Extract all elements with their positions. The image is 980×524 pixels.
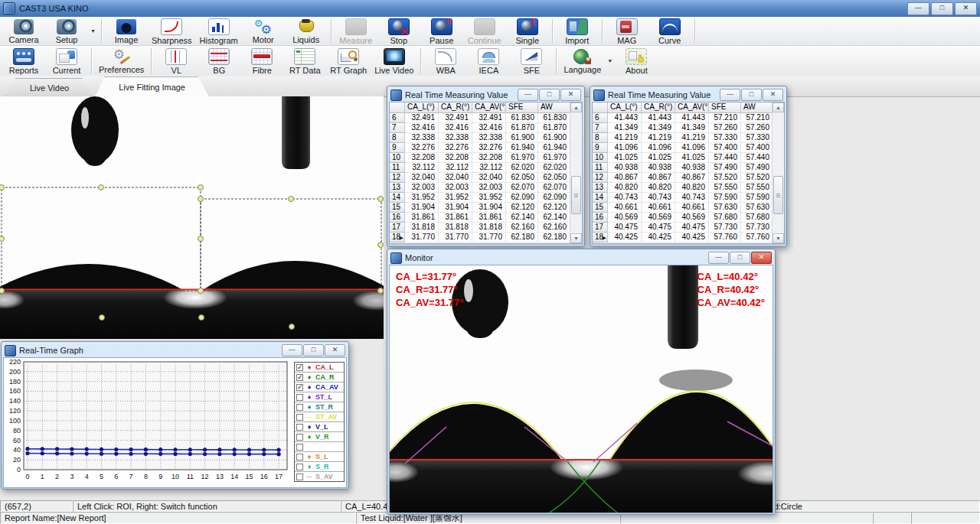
cell-value[interactable]: 62.050 <box>538 173 570 183</box>
cell-value[interactable]: 57.760 <box>741 233 773 242</box>
cell-value[interactable]: 31.861 <box>439 213 472 223</box>
cell-value[interactable]: 41.443 <box>642 113 675 123</box>
cell-value[interactable]: 32.276 <box>439 143 472 153</box>
cell-value[interactable]: 40.938 <box>608 163 642 173</box>
toolbar-button-sfe[interactable]: SFE <box>510 46 553 76</box>
cell-value[interactable]: 62.050 <box>506 173 538 183</box>
toolbar-button-reports[interactable]: Reports <box>2 46 45 76</box>
cell-value[interactable]: 57.210 <box>709 113 741 123</box>
cell-value[interactable]: 57.400 <box>709 143 741 153</box>
scroll-down-icon[interactable]: ▼ <box>570 233 582 243</box>
title-bar[interactable]: CAST3 USA KINO — □ ✕ <box>0 0 980 17</box>
legend-checkbox[interactable]: ✓ <box>296 384 303 391</box>
row-number[interactable]: 16 <box>390 213 405 223</box>
cell-value[interactable]: 31.861 <box>405 213 439 223</box>
toolbar-button-mag[interactable]: MAG <box>606 17 648 45</box>
toolbar-button-import[interactable]: Import <box>556 17 599 45</box>
cell-value[interactable]: 32.003 <box>472 183 506 193</box>
toolbar-button-curve[interactable]: Curve <box>648 17 691 45</box>
cell-value[interactable]: 40.475 <box>675 223 709 233</box>
cell-value[interactable]: 62.140 <box>506 213 538 223</box>
toolbar-button-rt-graph[interactable]: RT Graph <box>326 46 371 76</box>
cell-value[interactable]: 32.416 <box>439 123 472 133</box>
legend-item-st-av[interactable]: ─ST_AV <box>295 412 344 422</box>
cell-value[interactable]: 31.770 <box>439 233 472 242</box>
row-number[interactable]: 9 <box>390 143 405 153</box>
cell-value[interactable]: 62.120 <box>538 203 570 213</box>
cell-value[interactable]: 40.661 <box>608 203 642 213</box>
close-icon[interactable]: ✕ <box>560 89 581 101</box>
cell-value[interactable]: 40.661 <box>642 203 675 213</box>
cell-value[interactable]: 57.210 <box>741 113 773 123</box>
cell-value[interactable]: 62.160 <box>506 223 538 233</box>
cell-value[interactable]: 40.661 <box>675 203 709 213</box>
row-number[interactable]: 12 <box>390 173 405 183</box>
maximize-icon[interactable]: □ <box>931 2 953 15</box>
cell-value[interactable]: 62.180 <box>506 233 538 242</box>
minimize-icon[interactable]: — <box>282 344 302 356</box>
cell-value[interactable]: 31.770 <box>472 233 506 242</box>
row-number[interactable]: 15 <box>593 203 608 213</box>
row-number[interactable]: 14 <box>593 193 608 203</box>
cell-value[interactable]: 32.040 <box>405 173 439 183</box>
cell-value[interactable]: 32.112 <box>439 163 472 173</box>
cell-value[interactable]: 61.870 <box>538 123 570 133</box>
cell-value[interactable]: 61.830 <box>538 113 570 123</box>
cell-value[interactable]: 57.490 <box>741 163 773 173</box>
cell-value[interactable]: 41.349 <box>642 123 675 133</box>
cell-value[interactable]: 41.219 <box>675 133 709 143</box>
toolbar-button-pause[interactable]: Pause <box>420 17 463 45</box>
cell-value[interactable]: 61.870 <box>506 123 538 133</box>
cell-value[interactable]: 40.820 <box>675 183 709 193</box>
close-icon[interactable]: ✕ <box>955 2 977 15</box>
column-header-ca-av[interactable]: CA_AV(°) <box>472 103 506 113</box>
legend-checkbox[interactable] <box>296 424 303 431</box>
cell-value[interactable]: 40.425 <box>675 233 709 242</box>
cell-value[interactable]: 41.219 <box>608 133 642 143</box>
toolbar-button-sharpness[interactable]: Sharpness <box>148 17 196 45</box>
cell-value[interactable]: 62.160 <box>538 223 570 233</box>
row-number[interactable]: 11 <box>593 163 608 173</box>
cell-value[interactable]: 41.219 <box>642 133 675 143</box>
legend-item-st-r[interactable]: ♦ST_R <box>295 402 344 412</box>
toolbar-button-setup[interactable]: Setup <box>45 17 88 45</box>
cell-value[interactable]: 41.096 <box>608 143 642 153</box>
row-number[interactable]: 6 <box>390 113 405 123</box>
row-number[interactable]: 7 <box>390 123 405 133</box>
cell-value[interactable]: 32.276 <box>472 143 506 153</box>
toolbar-button-rt-data[interactable]: RT Data <box>283 46 326 76</box>
row-number[interactable]: 13 <box>593 183 608 193</box>
legend-checkbox[interactable] <box>296 444 303 451</box>
scrollbar-thumb[interactable] <box>773 176 783 214</box>
row-number[interactable]: 8 <box>593 133 608 143</box>
toolbar-button-about[interactable]: About <box>615 46 658 76</box>
scroll-up-icon[interactable]: ▲ <box>570 103 582 112</box>
cell-value[interactable]: 57.260 <box>741 123 773 133</box>
column-header-ca-r[interactable]: CA_R(°) <box>439 103 472 113</box>
cell-value[interactable]: 62.070 <box>538 183 570 193</box>
cell-value[interactable]: 61.970 <box>538 153 570 163</box>
cell-value[interactable]: 32.491 <box>439 113 472 123</box>
toolbar-button-single[interactable]: Single <box>506 17 549 45</box>
column-header-rownum[interactable] <box>390 103 405 113</box>
maximize-icon[interactable]: □ <box>303 344 324 356</box>
cell-value[interactable]: 40.569 <box>675 213 709 223</box>
cell-value[interactable]: 57.440 <box>709 153 741 163</box>
row-number[interactable]: 6 <box>593 113 608 123</box>
cell-value[interactable]: 57.590 <box>741 193 773 203</box>
cell-value[interactable]: 41.443 <box>608 113 642 123</box>
cell-value[interactable]: 41.025 <box>608 153 642 163</box>
row-number[interactable]: 11 <box>390 163 405 173</box>
cell-value[interactable]: 61.940 <box>538 143 570 153</box>
row-number[interactable]: 13 <box>390 183 405 193</box>
row-number[interactable]: 7 <box>593 123 608 133</box>
minimize-icon[interactable]: — <box>907 2 929 15</box>
cell-value[interactable]: 31.952 <box>405 193 439 203</box>
cell-value[interactable]: 41.443 <box>675 113 709 123</box>
tab-live-video[interactable]: Live Video <box>6 78 93 96</box>
cell-value[interactable]: 32.112 <box>472 163 506 173</box>
toolbar-button-ieca[interactable]: IECA <box>467 46 510 76</box>
cell-value[interactable]: 31.861 <box>472 213 506 223</box>
column-header-rownum[interactable] <box>593 103 608 113</box>
cell-value[interactable]: 40.820 <box>642 183 675 193</box>
